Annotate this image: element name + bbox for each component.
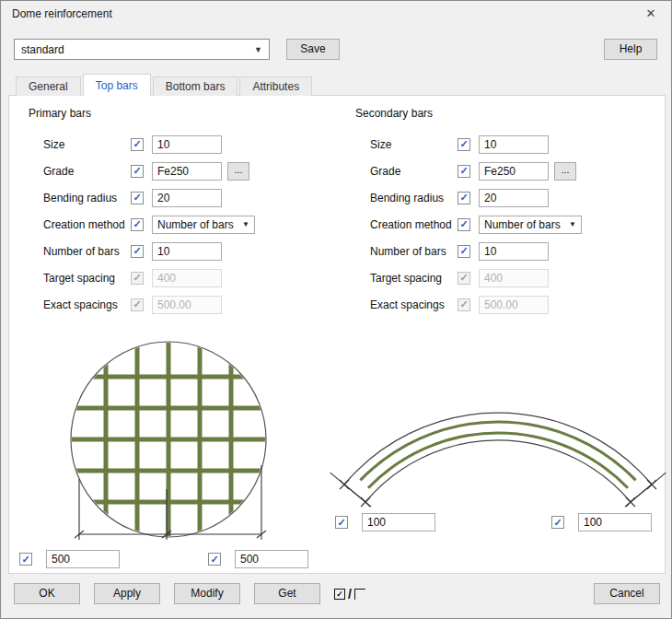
form-row-exact-spacings: Exact spacings ✓ 500.00 bbox=[355, 291, 672, 318]
get-button[interactable]: Get bbox=[254, 583, 320, 604]
number-of-bars-checkbox[interactable]: ✓ bbox=[131, 245, 144, 258]
exact-spacings-input: 500.00 bbox=[479, 296, 549, 314]
creation-method-value: Number of bars bbox=[157, 218, 234, 231]
chevron-down-icon: ▼ bbox=[569, 220, 576, 228]
grade-input[interactable]: Fe250 bbox=[152, 162, 222, 181]
field-label: Size bbox=[370, 138, 458, 151]
section-right-cover-checkbox[interactable]: ✓ bbox=[551, 516, 564, 529]
ok-button[interactable]: OK bbox=[14, 583, 80, 604]
unchecked-box-icon bbox=[354, 589, 365, 600]
check-icon: ✓ bbox=[337, 518, 345, 528]
number-of-bars-checkbox[interactable]: ✓ bbox=[458, 245, 470, 258]
primary-bars-section: Primary bars Size ✓ 10 Grade ✓ Fe250 ...… bbox=[29, 104, 346, 318]
toggle-all-checkboxes-icon[interactable]: ✓ / bbox=[334, 586, 365, 602]
preset-dropdown[interactable]: standard ▼ bbox=[14, 39, 270, 60]
size-input[interactable]: 10 bbox=[152, 135, 222, 154]
grade-input[interactable]: Fe250 bbox=[479, 162, 549, 181]
section-title: Primary bars bbox=[29, 104, 346, 123]
field-label: Size bbox=[43, 138, 131, 151]
section-left-cover-checkbox[interactable]: ✓ bbox=[335, 516, 348, 529]
number-of-bars-input[interactable]: 10 bbox=[479, 242, 549, 261]
check-icon: ✓ bbox=[21, 555, 29, 565]
tab-general[interactable]: General bbox=[16, 76, 81, 96]
bending-radius-input[interactable]: 20 bbox=[479, 189, 549, 207]
save-button[interactable]: Save bbox=[286, 39, 340, 60]
secondary-bars-section: Secondary bars Size ✓ 10 Grade ✓ Fe250 .… bbox=[355, 104, 672, 318]
tab-attributes[interactable]: Attributes bbox=[239, 76, 312, 96]
apply-button[interactable]: Apply bbox=[94, 583, 160, 604]
cancel-button[interactable]: Cancel bbox=[594, 583, 660, 604]
grade-browse-button[interactable]: ... bbox=[554, 162, 576, 181]
size-checkbox[interactable]: ✓ bbox=[131, 138, 144, 151]
field-label: Number of bars bbox=[370, 245, 458, 258]
dome-reinforcement-dialog: Dome reinforcement ✕ standard ▼ Save Hel… bbox=[0, 0, 672, 619]
form-row-grade: Grade ✓ Fe250 ... bbox=[355, 158, 672, 184]
titlebar: Dome reinforcement ✕ bbox=[1, 1, 671, 27]
field-label: Number of bars bbox=[43, 245, 131, 258]
creation-method-dropdown[interactable]: Number of bars ▼ bbox=[479, 216, 582, 234]
check-icon: ✓ bbox=[133, 193, 141, 203]
field-label: Bending radius bbox=[370, 192, 458, 204]
check-icon: ✓ bbox=[459, 139, 468, 149]
target-spacing-checkbox: ✓ bbox=[458, 272, 470, 285]
grade-browse-button[interactable]: ... bbox=[227, 162, 249, 181]
size-input[interactable]: 10 bbox=[479, 135, 549, 154]
check-icon: ✓ bbox=[133, 219, 141, 229]
plan-right-spacing-pair: ✓ 500 bbox=[208, 550, 308, 568]
check-icon: ✓ bbox=[459, 219, 468, 229]
bending-radius-input[interactable]: 20 bbox=[152, 189, 222, 207]
creation-method-checkbox[interactable]: ✓ bbox=[458, 218, 470, 231]
check-icon: ✓ bbox=[210, 555, 218, 565]
dome-shell-outline bbox=[344, 413, 652, 502]
tab-top-bars[interactable]: Top bars bbox=[83, 74, 151, 96]
form-row-bending-radius: Bending radius ✓ 20 bbox=[29, 184, 346, 211]
exact-spacings-checkbox: ✓ bbox=[131, 298, 144, 311]
tab-bottom-bars[interactable]: Bottom bars bbox=[153, 76, 238, 96]
check-icon: ✓ bbox=[133, 273, 141, 283]
form-row-size: Size ✓ 10 bbox=[355, 131, 672, 158]
check-icon: ✓ bbox=[459, 299, 468, 310]
bending-radius-checkbox[interactable]: ✓ bbox=[131, 192, 144, 204]
check-icon: ✓ bbox=[133, 166, 141, 176]
field-label: Bending radius bbox=[43, 192, 131, 204]
number-of-bars-input[interactable]: 10 bbox=[152, 242, 222, 261]
check-icon: ✓ bbox=[133, 246, 141, 256]
check-icon: ✓ bbox=[459, 273, 468, 283]
form-row-creation-method: Creation method ✓ Number of bars ▼ bbox=[29, 211, 346, 238]
check-icon: ✓ bbox=[459, 193, 468, 203]
form-row-grade: Grade ✓ Fe250 ... bbox=[29, 158, 346, 184]
field-label: Target spacing bbox=[43, 272, 131, 285]
section-right-cover-input[interactable]: 100 bbox=[578, 513, 652, 531]
modify-button[interactable]: Modify bbox=[174, 583, 240, 604]
target-spacing-checkbox: ✓ bbox=[131, 272, 144, 285]
form-row-target-spacing: Target spacing ✓ 400 bbox=[355, 264, 672, 291]
close-icon[interactable]: ✕ bbox=[631, 1, 671, 27]
plan-right-spacing-checkbox[interactable]: ✓ bbox=[208, 553, 221, 566]
dome-plan-diagram bbox=[29, 340, 309, 551]
plan-left-spacing-input[interactable]: 500 bbox=[46, 550, 120, 568]
form-row-exact-spacings: Exact spacings ✓ 500.00 bbox=[29, 291, 346, 318]
dialog-title: Dome reinforcement bbox=[12, 7, 112, 20]
section-left-cover-input[interactable]: 100 bbox=[362, 513, 435, 531]
help-button[interactable]: Help bbox=[604, 39, 657, 60]
bending-radius-checkbox[interactable]: ✓ bbox=[458, 192, 470, 204]
chevron-down-icon: ▼ bbox=[242, 220, 249, 228]
tab-bar: General Top bars Bottom bars Attributes bbox=[16, 74, 314, 96]
chevron-down-icon: ▼ bbox=[254, 45, 262, 54]
size-checkbox[interactable]: ✓ bbox=[458, 138, 470, 151]
plan-left-spacing-pair: ✓ 500 bbox=[19, 550, 120, 568]
section-title: Secondary bars bbox=[355, 104, 672, 123]
field-label: Exact spacings bbox=[370, 298, 458, 311]
creation-method-dropdown[interactable]: Number of bars ▼ bbox=[152, 216, 255, 234]
rebar-mesh bbox=[56, 340, 281, 541]
creation-method-checkbox[interactable]: ✓ bbox=[131, 218, 144, 231]
grade-checkbox[interactable]: ✓ bbox=[458, 165, 470, 178]
plan-left-spacing-checkbox[interactable]: ✓ bbox=[19, 553, 32, 566]
preset-dropdown-value: standard bbox=[21, 43, 64, 56]
field-label: Exact spacings bbox=[43, 298, 131, 311]
dome-plan-drawing bbox=[29, 340, 309, 547]
grade-checkbox[interactable]: ✓ bbox=[131, 165, 144, 178]
form-row-creation-method: Creation method ✓ Number of bars ▼ bbox=[355, 211, 672, 238]
field-label: Creation method bbox=[43, 218, 131, 231]
plan-right-spacing-input[interactable]: 500 bbox=[235, 550, 308, 568]
